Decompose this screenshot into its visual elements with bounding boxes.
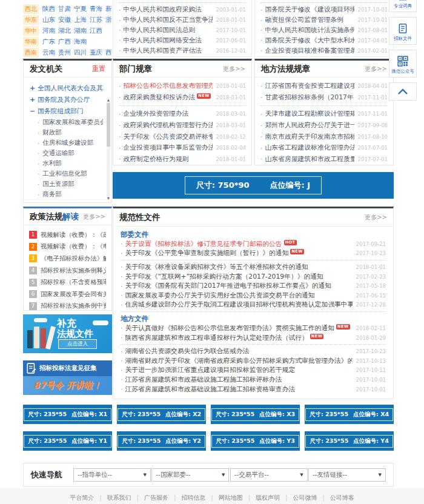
ad-slot[interactable]: 尺寸: 235*55点位编号: Y1	[23, 431, 112, 451]
region-link[interactable]: 甘肃	[58, 5, 71, 13]
footer-link[interactable]: 网站地图	[205, 494, 242, 501]
tree-leaf[interactable]: · 工业和信息化部	[30, 168, 103, 179]
list-item[interactable]: · 甘肃省招标投标条例（2017年NEW 2017-11-01	[260, 92, 388, 104]
enter-button[interactable]: 点击进入	[58, 339, 97, 349]
list-item[interactable]: · 关于设置《招标投标法》修订意见征求专门邮箱的公告HOT 2017-09-21	[121, 239, 386, 249]
list-item[interactable]: · 江苏省房屋建筑和市政基础设施工程施工招标评标办法 2017-10-01	[121, 375, 386, 385]
quicknav-select[interactable]: --指导单位-- ▼	[73, 468, 151, 482]
region-link[interactable]: 广东	[42, 38, 55, 46]
tree-node[interactable]: − 国务院组成部门	[30, 105, 103, 117]
tree-leaf[interactable]: · 财政部	[30, 127, 103, 138]
list-item[interactable]: · 国务院关于修改《大中型水利水电 2017-04-01	[260, 35, 388, 45]
more-link[interactable]: 更多>>	[365, 65, 387, 73]
list-item[interactable]: · 关于进一步加强浙江省重点建设项目招投标监管的若干规定 2017-10-11	[121, 366, 386, 376]
footer-link[interactable]: 联系我们	[94, 494, 131, 501]
list-item[interactable]: · 企业投资项目核准和备案管理条例 2017-02-01	[260, 45, 388, 56]
more-link[interactable]: 更多>>	[83, 213, 105, 221]
footer-link[interactable]: 版权声明	[243, 494, 280, 501]
list-item[interactable]: 3 《电子招标投标办法》解读	[29, 253, 106, 265]
list-item[interactable]: · 国务院关于修改《建设项目环境保 2017-10-01	[260, 5, 388, 15]
region-link[interactable]: 海南	[74, 38, 87, 46]
list-item[interactable]: · 江苏省房屋建筑和市政基础设施工程施工招标资格审查办法 2017-10-01	[121, 385, 386, 394]
footer-link[interactable]: 招聘信息	[168, 494, 205, 501]
region-link[interactable]: 四川	[74, 48, 87, 57]
list-item[interactable]: · 南京市政府关于印发南京市招标投 2017-08-10	[260, 131, 388, 142]
list-item[interactable]: · 陕西省房屋建筑和市政工程串通投标行为认定处理办法（试行）NEW 2018-0…	[121, 333, 386, 343]
list-item[interactable]: · 企业投资项目事中事后监管办法 2018-02-04	[119, 142, 246, 154]
ad-slot[interactable]: 尺寸: 235*55点位编号: Y2	[117, 431, 206, 451]
region-link[interactable]: 江苏	[90, 16, 102, 24]
list-item[interactable]: 6 国家发展改革委会同有关部...	[29, 288, 106, 300]
region-link[interactable]: 江西	[90, 27, 102, 35]
list-item[interactable]: · 融资担保公司监督管理条例 2017-10-01	[260, 15, 388, 25]
expand-icon[interactable]: +	[30, 96, 35, 104]
tree-node[interactable]: + 全国人民代表大会及其常务委员会	[30, 82, 103, 94]
collapse-icon[interactable]: −	[30, 107, 35, 115]
list-item[interactable]: · 山东省房屋建筑和市政工程质量监 2017-07-01	[260, 154, 388, 165]
list-item[interactable]: · 住房城乡建设部办公厅关于取消工程建设项目招标代理机构资格认定加强事中事后监管…	[121, 300, 386, 310]
scroll-down-icon[interactable]: ▼	[107, 196, 110, 200]
list-item[interactable]: 2 视频解读（收费）：《电子...	[29, 241, 106, 253]
more-link[interactable]: 更多>>	[365, 213, 387, 222]
footer-link[interactable]: 公司微博	[280, 494, 317, 501]
scroll-up-icon[interactable]: ▲	[107, 98, 110, 102]
tree-leaf[interactable]: · 国家发展和改革委员会	[30, 117, 103, 127]
list-item[interactable]: · 中华人民共和国政府采购法 2003-01-01	[119, 5, 246, 15]
footer-link[interactable]: 公司博客	[317, 494, 354, 501]
reset-link[interactable]: 重置	[92, 64, 105, 73]
region-link[interactable]: 新疆	[105, 5, 112, 13]
ad-slot[interactable]: 尺寸: 235*55点位编号: X1	[23, 405, 112, 424]
list-item[interactable]: · 山东省工程建设标准化管理办法 2017-07-01	[260, 142, 388, 154]
list-item[interactable]: · 招标公告和公示信息发布管理办HOT 2018-01-01	[119, 81, 246, 92]
list-item[interactable]: · 政府采购代理机构管理暂行办法 2018-03-01	[119, 120, 246, 131]
back-to-top-button[interactable]	[389, 82, 417, 101]
footer-link[interactable]: 平台简介	[70, 494, 94, 501]
list-item[interactable]: · 关于印发《“互联网+”招标采购行动方案（2017-2019年）》的通知 20…	[121, 272, 386, 282]
region-link[interactable]: 上海	[74, 16, 87, 24]
scrollbar-thumb[interactable]	[107, 103, 110, 147]
list-item[interactable]: · 关于印发《公平竞争审查制度实施细则（暂行）》的通知NEW 2017-10-2…	[121, 249, 386, 259]
region-link[interactable]: 陕西	[42, 5, 55, 13]
list-item[interactable]: 1 视频解读（收费）：《政府...	[29, 229, 106, 241]
region-link[interactable]: 湖南	[74, 27, 87, 35]
opinion-solicitation-promo-banner[interactable]: 招标投标法意见征集 87号令 开讲啦！	[23, 360, 112, 395]
quicknav-select[interactable]: --友情链接-- ▼	[308, 468, 386, 482]
scrollbar[interactable]: ▲ ▼	[107, 98, 110, 200]
tree-leaf[interactable]: · 水利部	[30, 158, 103, 168]
list-item[interactable]: · 郑州市人民政府办公厅关于进一步 2017-09-06	[260, 120, 388, 131]
list-item[interactable]: · 中华人民共和国反不正当竞争法 2018-01-01	[119, 15, 246, 25]
list-item[interactable]: · 国家发展改革委办公厅关于切实用好全国公共资源交易平台的通知 2017-06-…	[121, 291, 386, 300]
list-item[interactable]: · 湖南省财政厅关于印发《湖南省政府采购非公开招标采购方式审批管理办法》的通知 …	[121, 356, 386, 366]
ad-slot[interactable]: 尺寸: 235*55点位编号: Y3	[211, 431, 300, 451]
list-item[interactable]: 7 招标投标法实施条例中资格...	[29, 300, 106, 313]
quicknav-select[interactable]: --交易平台-- ▼	[230, 468, 308, 482]
tree-leaf[interactable]: · 商务部	[30, 189, 103, 199]
list-item[interactable]: · 江苏省国有资金投资工程建设项NEW 2018-04-01	[260, 81, 388, 92]
tree-node[interactable]: + 国务院及其办公厅	[30, 94, 103, 105]
ad-slot[interactable]: 尺寸: 235*55点位编号: X3	[211, 405, 300, 424]
list-item[interactable]: · 中华人民共和国网络安全法 2017-06-01	[119, 35, 246, 45]
tree-leaf[interactable]: · 国土资源部	[30, 179, 103, 189]
list-item[interactable]: · 关于印发《公共资源交易评标专家 2018-02-12	[119, 131, 246, 142]
region-link[interactable]: 山东	[42, 16, 55, 24]
list-item[interactable]: · 政府制定价格行为规则 2018-01-01	[119, 154, 246, 165]
dictionary-button[interactable]: 专业词典	[389, 0, 417, 12]
region-link[interactable]: 安徽	[58, 16, 71, 24]
list-item[interactable]: · 政府采购质疑和投诉办法NEW 2018-03-01	[119, 92, 246, 104]
supplementary-docs-promo-banner[interactable]: 补充 法规文件 点击进入	[23, 314, 112, 353]
footer-link[interactable]: 广告服务	[131, 494, 168, 501]
wechat-account-button[interactable]: 微信公众号	[389, 50, 417, 78]
region-link[interactable]: 青海	[90, 5, 102, 13]
list-item[interactable]: · 天津市建设工程勘察设计管理规定 2017-11-01	[260, 108, 388, 120]
list-item[interactable]: · 关于印发《国务院有关部门2017年推进电子招标投标工作要点》的通知 2017…	[121, 281, 386, 291]
region-link[interactable]: 贵州	[58, 48, 71, 57]
expand-icon[interactable]: +	[30, 84, 35, 92]
list-item[interactable]: · 企业境外投资管理办法 2018-03-01	[119, 108, 246, 120]
list-item[interactable]: · 关于认真做好《招标公告和公示信息发布管理办法》贯彻实施工作的通知NEW 20…	[121, 323, 386, 333]
bid-documents-button[interactable]: 招标文件	[389, 17, 417, 45]
list-item[interactable]: · 中华人民共和国资产评估法 2016-12-01	[119, 45, 246, 56]
quicknav-select[interactable]: --国家部委-- ▼	[151, 468, 229, 482]
list-item[interactable]: · 中华人民共和国民法总则 2017-10-01	[119, 25, 246, 36]
more-link[interactable]: 更多>>	[223, 65, 245, 73]
region-link[interactable]: 浙江	[105, 16, 112, 24]
